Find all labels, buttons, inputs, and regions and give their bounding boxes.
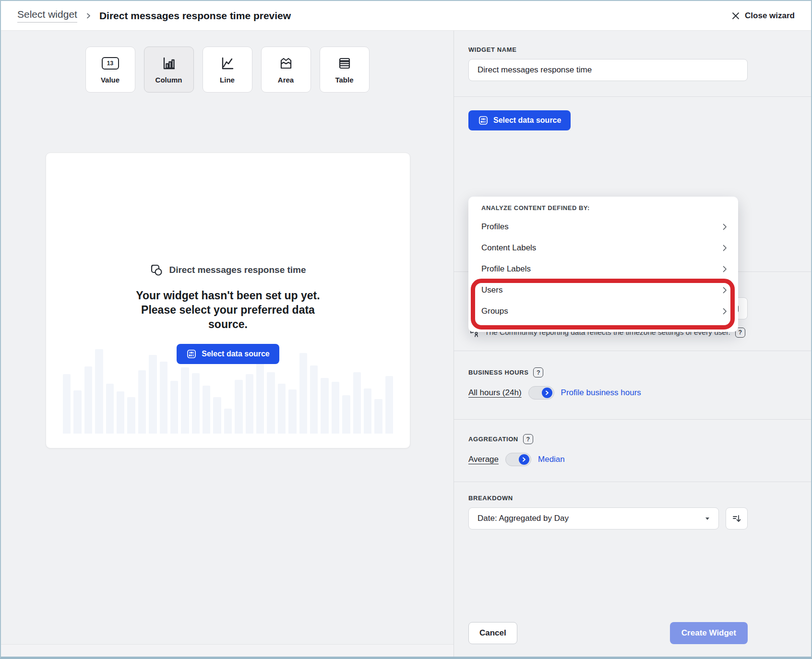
sort-order-button[interactable] — [726, 507, 748, 530]
placeholder-bar — [235, 380, 242, 434]
placeholder-bar — [278, 384, 286, 434]
cancel-button[interactable]: Cancel — [468, 622, 517, 644]
select-data-source-button[interactable]: Select data source — [177, 344, 279, 364]
placeholder-bar — [192, 373, 200, 434]
widget-type-value[interactable]: 13 Value — [85, 47, 135, 93]
aggregation-label: AGGREGATION — [468, 435, 518, 443]
business-hours-help-icon[interactable]: ? — [533, 367, 543, 377]
placeholder-bar — [127, 397, 135, 434]
placeholder-bar — [224, 409, 232, 434]
create-widget-button[interactable]: Create Widget — [670, 622, 748, 644]
breakdown-section: BREAKDOWN Date: Aggregated by Day — [454, 482, 811, 530]
widget-name-input[interactable] — [468, 59, 748, 81]
placeholder-bar — [332, 382, 339, 434]
placeholder-bar — [106, 384, 114, 434]
data-source-section: Select data source ANALYZE CONTENT DEFIN… — [454, 97, 811, 272]
table-icon — [337, 56, 352, 71]
option-label: Profiles — [481, 222, 509, 232]
aggregation-section: AGGREGATION ? Average Median — [454, 420, 811, 482]
wizard-body: 13 Value Column Line — [1, 31, 811, 657]
area-chart-icon — [279, 56, 293, 71]
preview-empty-heading: Your widget hasn't been set up yet. Plea… — [122, 288, 334, 331]
breakdown-select[interactable]: Date: Aggregated by Day — [468, 507, 719, 530]
data-source-option-groups[interactable]: Groups — [468, 301, 738, 322]
placeholder-bar — [84, 366, 92, 434]
placeholder-bar — [267, 372, 275, 434]
aggregation-help-icon[interactable]: ? — [523, 434, 533, 444]
profile-business-hours-label[interactable]: Profile business hours — [561, 388, 641, 398]
value-icon: 13 — [102, 56, 119, 71]
data-source-option-content-labels[interactable]: Content Labels — [468, 237, 738, 259]
data-source-option-profile-labels[interactable]: Profile Labels — [468, 259, 738, 280]
widget-type-label: Column — [155, 76, 182, 84]
column-chart-icon — [162, 56, 176, 71]
placeholder-bar — [213, 397, 221, 434]
widget-wizard: { "header": { "breadcrumb": "Select widg… — [0, 0, 812, 659]
toggle-knob — [542, 388, 552, 398]
placeholder-bar — [353, 372, 361, 434]
close-icon — [731, 12, 740, 20]
sort-descending-icon — [731, 513, 742, 524]
breadcrumb-chevron-icon — [85, 12, 92, 19]
preview-empty-state: Direct messages response time Your widge… — [46, 153, 410, 364]
placeholder-bar — [288, 389, 296, 434]
placeholder-bar — [256, 359, 264, 434]
close-wizard-label: Close wizard — [745, 11, 795, 21]
placeholder-bar — [138, 370, 146, 434]
widget-type-column[interactable]: Column — [144, 47, 194, 93]
data-source-option-profiles[interactable]: Profiles — [468, 216, 738, 237]
close-wizard-button[interactable]: Close wizard — [731, 11, 795, 21]
aggregation-toggle[interactable] — [505, 453, 531, 466]
placeholder-bar — [73, 390, 81, 434]
line-chart-icon — [220, 56, 235, 71]
placeholder-bar — [342, 395, 350, 434]
widget-type-line[interactable]: Line — [203, 47, 252, 93]
data-source-icon — [186, 349, 197, 359]
chevron-right-icon — [721, 244, 728, 252]
select-data-source-label: Select data source — [202, 350, 269, 358]
widget-type-label: Line — [220, 76, 235, 84]
all-hours-label[interactable]: All hours (24h) — [468, 388, 522, 398]
placeholder-bar — [385, 376, 393, 434]
widget-type-area[interactable]: Area — [261, 47, 311, 93]
breakdown-value: Date: Aggregated by Day — [478, 514, 569, 523]
select-data-source-label: Select data source — [493, 116, 561, 125]
breadcrumb: Select widget Direct messages response t… — [17, 9, 291, 23]
breakdown-label: BREAKDOWN — [468, 494, 811, 502]
select-data-source-button-sidebar[interactable]: Select data source — [468, 110, 571, 130]
chevron-right-icon — [721, 286, 728, 294]
business-hours-toggle[interactable] — [528, 386, 554, 400]
widget-metric-icon — [150, 263, 163, 277]
settings-sidebar: WIDGET NAME Select data source ANALYZE C… — [454, 31, 811, 657]
average-label[interactable]: Average — [468, 455, 499, 464]
left-panel-footer — [1, 644, 454, 657]
widget-name-label: WIDGET NAME — [468, 46, 811, 53]
widget-preview-card: Direct messages response time Your widge… — [46, 153, 410, 448]
preview-panel: 13 Value Column Line — [1, 31, 454, 657]
placeholder-bar — [181, 367, 189, 434]
placeholder-bar — [364, 388, 371, 434]
widget-type-table[interactable]: Table — [320, 47, 370, 93]
business-hours-label: BUSINESS HOURS — [468, 369, 528, 376]
placeholder-bar — [321, 378, 328, 434]
dropdown-header: ANALYZE CONTENT DEFINED BY: — [468, 204, 738, 212]
chevron-right-icon — [721, 265, 728, 273]
placeholder-bar — [170, 381, 178, 434]
data-source-icon — [478, 115, 489, 126]
placeholder-bar — [63, 374, 71, 434]
data-source-option-users[interactable]: Users — [468, 280, 738, 301]
data-source-dropdown: ANALYZE CONTENT DEFINED BY: Profiles Con… — [468, 197, 738, 332]
option-label: Profile Labels — [481, 264, 531, 274]
widget-name-section: WIDGET NAME — [454, 31, 811, 97]
median-label[interactable]: Median — [538, 455, 565, 464]
widget-type-label: Area — [278, 76, 294, 84]
option-label: Groups — [481, 306, 508, 316]
placeholder-bar — [203, 386, 210, 434]
sidebar-footer: Cancel Create Widget — [468, 622, 748, 644]
placeholder-bar — [117, 391, 124, 434]
option-label: Content Labels — [481, 243, 536, 253]
breadcrumb-select-widget[interactable]: Select widget — [17, 9, 77, 23]
page-title: Direct messages response time preview — [99, 10, 291, 22]
placeholder-bar — [299, 353, 307, 434]
widget-type-label: Table — [335, 76, 353, 84]
